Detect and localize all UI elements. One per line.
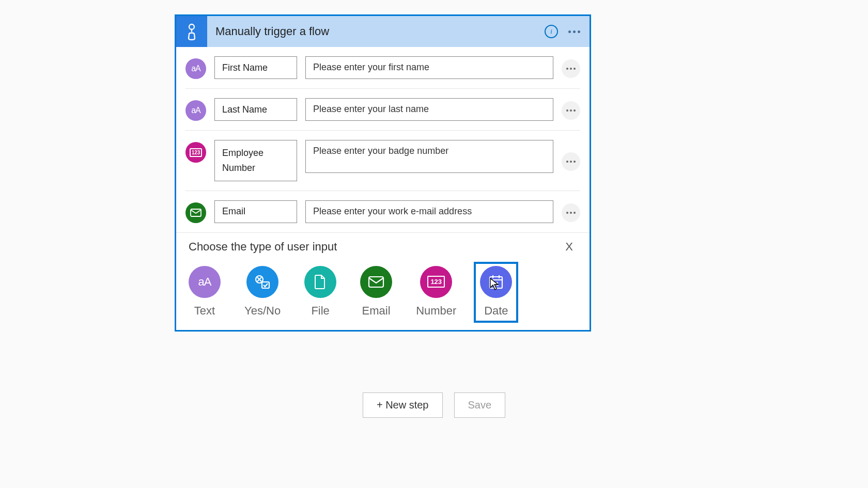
type-option-email[interactable]: Email <box>360 266 392 318</box>
trigger-card: Manually trigger a flow i aA First Name … <box>175 14 591 332</box>
svg-text:21: 21 <box>493 281 500 287</box>
type-option-label: Yes/No <box>244 304 281 318</box>
input-prompt-field[interactable]: Please enter your badge number <box>305 140 553 173</box>
save-button[interactable]: Save <box>454 392 506 418</box>
svg-rect-3 <box>262 282 269 288</box>
chooser-title: Choose the type of user input <box>189 240 561 254</box>
number-type-icon: 123 <box>185 142 206 163</box>
type-option-date[interactable]: 21 Date <box>474 262 518 323</box>
input-name-field[interactable]: Last Name <box>214 98 297 121</box>
type-option-label: Email <box>362 304 391 318</box>
date-icon: 21 <box>480 266 512 298</box>
card-header: Manually trigger a flow i <box>176 16 590 47</box>
input-row-menu[interactable] <box>562 203 580 222</box>
text-icon: aA <box>189 266 221 298</box>
svg-rect-4 <box>369 277 383 287</box>
card-title: Manually trigger a flow <box>207 25 542 38</box>
close-chooser-button[interactable]: X <box>561 238 577 256</box>
input-name-field[interactable]: First Name <box>214 56 297 79</box>
input-row: Email Please enter your work e-mail addr… <box>185 191 580 232</box>
input-row: 123 Employee Number Please enter your ba… <box>185 131 580 191</box>
manual-trigger-icon <box>176 16 207 47</box>
email-icon <box>360 266 392 298</box>
input-row-menu[interactable] <box>562 59 580 78</box>
input-prompt-field[interactable]: Please enter your first name <box>305 56 553 79</box>
input-type-chooser: Choose the type of user input X aA Text … <box>176 232 590 330</box>
card-menu-button[interactable] <box>565 22 583 41</box>
number-icon: 123 <box>420 266 452 298</box>
info-icon: i <box>545 25 558 38</box>
type-option-yesno[interactable]: Yes/No <box>244 266 281 318</box>
text-type-icon: aA <box>185 100 206 121</box>
type-option-label: Text <box>194 304 215 318</box>
yesno-icon <box>246 266 278 298</box>
info-button[interactable]: i <box>542 22 561 41</box>
input-row-menu[interactable] <box>562 152 580 171</box>
type-option-text[interactable]: aA Text <box>189 266 221 318</box>
input-name-field[interactable]: Employee Number <box>214 140 297 181</box>
input-prompt-field[interactable]: Please enter your last name <box>305 98 553 121</box>
type-option-label: File <box>311 304 329 318</box>
input-row-menu[interactable] <box>562 101 580 120</box>
type-option-file[interactable]: File <box>304 266 336 318</box>
text-type-icon: aA <box>185 58 206 79</box>
type-option-number[interactable]: 123 Number <box>416 266 456 318</box>
bottom-bar: + New step Save <box>0 392 868 418</box>
type-option-label: Number <box>416 304 456 318</box>
input-name-field[interactable]: Email <box>214 200 297 223</box>
input-list: aA First Name Please enter your first na… <box>176 47 590 232</box>
svg-point-0 <box>189 24 194 29</box>
input-row: aA Last Name Please enter your last name <box>185 89 580 131</box>
ellipsis-icon <box>568 30 580 33</box>
type-option-label: Date <box>484 304 508 318</box>
input-prompt-field[interactable]: Please enter your work e-mail address <box>305 200 553 223</box>
new-step-button[interactable]: + New step <box>363 392 443 418</box>
file-icon <box>304 266 336 298</box>
email-type-icon <box>185 202 206 223</box>
input-row: aA First Name Please enter your first na… <box>185 47 580 89</box>
